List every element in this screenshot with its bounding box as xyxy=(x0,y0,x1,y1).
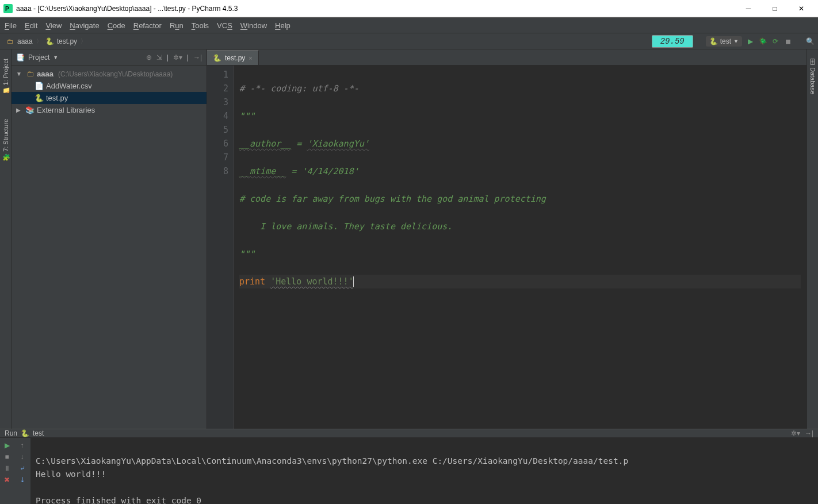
main-menubar: File Edit View Navigate Code Refactor Ru… xyxy=(0,17,818,33)
run-actions-right: ↑ ↓ ⤶ ⤓ xyxy=(14,438,31,504)
tree-file-csv[interactable]: 📄 AddWater.csv xyxy=(12,80,207,92)
scroll-end-button[interactable]: ⤓ xyxy=(20,476,25,484)
breadcrumb: 🗀aaaa 〉 🐍test.py 〉 xyxy=(3,36,86,47)
svg-text:P: P xyxy=(5,6,9,12)
project-tree: ▼ 🗀 aaaa (C:\Users\XiaokangYu\Desktop\aa… xyxy=(12,66,207,118)
maximize-button[interactable]: □ xyxy=(762,0,788,17)
window-title: aaaa - [C:\Users\XiaokangYu\Desktop\aaaa… xyxy=(16,5,735,13)
menu-help[interactable]: Help xyxy=(275,21,290,30)
minimize-button[interactable]: ─ xyxy=(735,0,762,17)
run-actions-left: ▶ ■ ⏸ ✖ xyxy=(0,438,14,504)
run-button[interactable]: ▶ xyxy=(746,37,755,46)
hide-icon[interactable]: →| xyxy=(805,429,813,437)
breadcrumb-file[interactable]: 🐍test.py xyxy=(43,36,79,47)
project-pane-title: Project xyxy=(28,53,49,61)
python-file-icon: 🐍 xyxy=(35,94,44,102)
run-console[interactable]: C:\Users\XiaokangYu\AppData\Local\Contin… xyxy=(31,438,818,504)
run-config-selector[interactable]: 🐍 test ▼ xyxy=(706,36,742,47)
editor-tabs: 🐍 test.py × xyxy=(207,49,806,66)
left-tool-tabs: 📁1: Project 🧩7: Structure xyxy=(0,49,12,429)
menu-refactor[interactable]: Refactor xyxy=(133,21,162,30)
python-file-icon: 🐍 xyxy=(45,37,55,45)
code-editor[interactable]: 12345678 # -*- coding: utf-8 -*- """ __a… xyxy=(207,66,806,429)
debug-button[interactable]: 🪲 xyxy=(758,37,767,46)
run-header: Run 🐍 test ✲▾ →| xyxy=(0,429,818,438)
run-title: Run xyxy=(5,429,17,437)
pycharm-icon: P xyxy=(3,4,13,13)
python-icon: 🐍 xyxy=(709,37,718,45)
breadcrumb-separator-icon: 〉 xyxy=(81,37,86,45)
menu-run[interactable]: Run xyxy=(170,21,184,30)
run-target: test xyxy=(33,429,44,437)
expand-arrow-icon[interactable]: ▶ xyxy=(16,107,23,113)
window-titlebar: P aaaa - [C:\Users\XiaokangYu\Desktop\aa… xyxy=(0,0,818,17)
pause-button[interactable]: ⏸ xyxy=(3,464,10,472)
breadcrumb-separator-icon: 〉 xyxy=(36,37,42,45)
tree-file-testpy[interactable]: 🐍 test.py xyxy=(12,92,207,104)
close-button[interactable]: ✕ xyxy=(788,0,815,17)
timer-display: 29.59 xyxy=(652,35,693,48)
run-tool-window: Run 🐍 test ✲▾ →| ▶ ■ ⏸ ✖ ↑ ↓ ⤶ ⤓ C:\User… xyxy=(0,429,818,504)
structure-tool-tab[interactable]: 🧩7: Structure xyxy=(1,116,10,165)
python-file-icon: 🐍 xyxy=(213,54,221,62)
library-icon: 📚 xyxy=(25,106,35,114)
menu-tools[interactable]: Tools xyxy=(192,21,209,30)
navigation-bar: 🗀aaaa 〉 🐍test.py 〉 29.59 🐍 test ▼ ▶ 🪲 ⟳ … xyxy=(0,33,818,49)
menu-code[interactable]: Code xyxy=(108,21,125,30)
tree-external-libs[interactable]: ▶ 📚 External Libraries xyxy=(12,104,207,116)
project-tool-tab[interactable]: 📁1: Project xyxy=(1,55,10,98)
database-tool-tab[interactable]: 🗄Database xyxy=(808,55,817,98)
search-button[interactable]: 🔍 xyxy=(805,37,815,46)
dropdown-arrow-icon[interactable]: ▼ xyxy=(53,55,58,60)
line-number-gutter: 12345678 xyxy=(207,66,234,429)
menu-navigate[interactable]: Navigate xyxy=(70,21,99,30)
project-pane-header: 📑 Project ▼ ⊕ ⇲ | ✲▾ | →| xyxy=(12,49,207,66)
stop-run-button[interactable]: ■ xyxy=(5,453,9,461)
editor-pane: 🐍 test.py × 12345678 # -*- coding: utf-8… xyxy=(207,49,806,429)
tree-root[interactable]: ▼ 🗀 aaaa (C:\Users\XiaokangYu\Desktop\aa… xyxy=(12,68,207,80)
settings-icon[interactable]: ✲▾ xyxy=(791,429,800,437)
project-view-icon: 📑 xyxy=(16,53,25,61)
folder-icon: 🗀 xyxy=(25,70,35,78)
stop-button[interactable]: ◼ xyxy=(783,37,793,46)
editor-tab-testpy[interactable]: 🐍 test.py × xyxy=(207,50,259,65)
up-trace-button[interactable]: ↑ xyxy=(21,441,24,449)
close-run-button[interactable]: ✖ xyxy=(4,476,10,484)
tree-root-path: (C:\Users\XiaokangYu\Desktop\aaaa) xyxy=(58,70,173,78)
menu-file[interactable]: File xyxy=(5,21,17,30)
folder-icon: 🗀 xyxy=(6,37,15,45)
collapse-icon[interactable]: ⇲ xyxy=(156,53,162,61)
file-icon: 📄 xyxy=(35,82,44,90)
coverage-button[interactable]: ⟳ xyxy=(771,37,780,46)
menu-edit[interactable]: Edit xyxy=(25,21,37,30)
hide-icon[interactable]: →| xyxy=(193,53,202,61)
down-trace-button[interactable]: ↓ xyxy=(21,453,24,461)
rerun-button[interactable]: ▶ xyxy=(5,441,10,449)
settings-icon[interactable]: ✲▾ xyxy=(173,53,182,61)
soft-wrap-button[interactable]: ⤶ xyxy=(20,464,25,472)
right-tool-tabs: 🗄Database xyxy=(806,49,818,429)
run-toolbar: 29.59 🐍 test ▼ ▶ 🪲 ⟳ ◼ 🔍 xyxy=(652,35,815,48)
code-text[interactable]: # -*- coding: utf-8 -*- """ __author__ =… xyxy=(234,66,806,429)
close-tab-icon[interactable]: × xyxy=(249,55,252,61)
menu-window[interactable]: Window xyxy=(240,21,267,30)
dropdown-arrow-icon: ▼ xyxy=(733,39,739,44)
expand-arrow-icon[interactable]: ▼ xyxy=(16,71,23,77)
locate-icon[interactable]: ⊕ xyxy=(146,53,152,61)
menu-view[interactable]: View xyxy=(45,21,62,30)
breadcrumb-root[interactable]: 🗀aaaa xyxy=(3,36,35,47)
project-pane: 📑 Project ▼ ⊕ ⇲ | ✲▾ | →| ▼ 🗀 aaaa (C:\U… xyxy=(12,49,207,429)
menu-vcs[interactable]: VCS xyxy=(217,21,232,30)
